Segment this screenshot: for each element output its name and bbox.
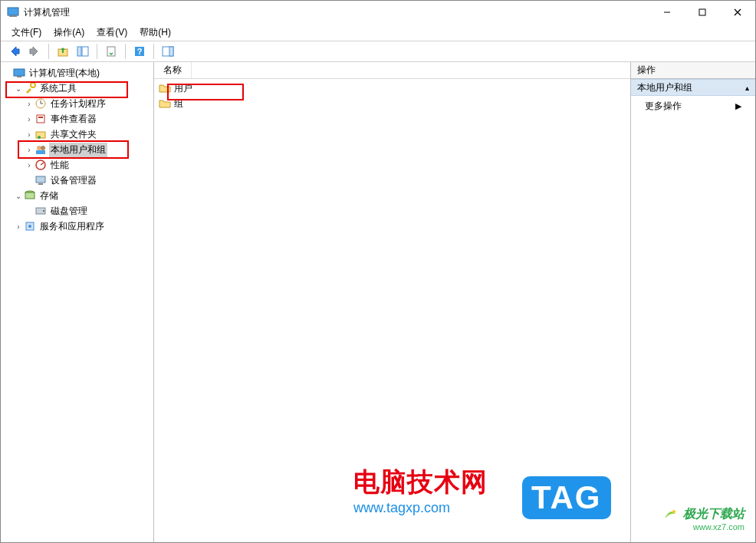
tree-label: 共享文件夹	[49, 127, 98, 142]
tree-device-manager[interactable]: 设备管理器	[2, 173, 152, 188]
toolbar-separator	[125, 44, 126, 59]
folder-icon	[159, 97, 171, 110]
maximize-button[interactable]	[685, 1, 720, 24]
close-button[interactable]	[720, 1, 755, 24]
event-icon	[35, 113, 47, 125]
svg-rect-0	[8, 8, 18, 15]
show-hide-tree-button[interactable]	[74, 43, 92, 60]
tree-services-apps[interactable]: › 服务和应用程序	[2, 219, 152, 234]
actions-header: 操作	[631, 62, 755, 79]
toolbar: ?	[1, 41, 755, 62]
shared-folder-icon	[35, 128, 47, 140]
actions-group-label: 本地用户和组	[637, 81, 692, 94]
chevron-right-icon[interactable]: ›	[24, 100, 35, 108]
svg-point-36	[28, 225, 31, 228]
svg-rect-1	[9, 15, 17, 17]
chevron-right-icon[interactable]: ›	[24, 161, 35, 169]
computer-icon	[13, 67, 25, 79]
main-area: 计算机管理(本地) ⌄ 系统工具 › 任务计划程序 › 事件查看器 › 共享文件…	[1, 62, 755, 542]
list-body[interactable]: 用户 组	[154, 79, 630, 542]
title-bar: 计算机管理	[1, 1, 755, 24]
menu-file[interactable]: 文件(F)	[5, 25, 48, 41]
chevron-right-icon[interactable]: ›	[13, 222, 24, 231]
export-list-button[interactable]	[102, 43, 120, 60]
tree-label: 存储	[38, 189, 60, 203]
users-icon	[35, 143, 47, 156]
actions-group[interactable]: 本地用户和组 ▴	[631, 79, 755, 96]
svg-rect-13	[169, 47, 173, 56]
tree-root[interactable]: 计算机管理(本地)	[2, 65, 152, 81]
svg-rect-15	[17, 76, 21, 77]
list-header[interactable]: 名称	[154, 62, 630, 79]
tree-system-tools[interactable]: ⌄ 系统工具	[2, 81, 152, 96]
list-item[interactable]: 组	[154, 96, 630, 111]
chevron-right-icon[interactable]: ›	[24, 146, 35, 154]
tree-label: 设备管理器	[49, 173, 98, 188]
tree-task-scheduler[interactable]: › 任务计划程序	[2, 96, 152, 111]
show-action-pane-button[interactable]	[159, 43, 177, 60]
tree-local-users-groups[interactable]: › 本地用户和组	[2, 142, 152, 157]
tree-performance[interactable]: › 性能	[2, 157, 152, 173]
tree-label: 服务和应用程序	[38, 219, 106, 234]
up-level-button[interactable]	[54, 43, 72, 60]
more-actions[interactable]: 更多操作 ▶	[631, 96, 755, 116]
svg-rect-14	[14, 69, 25, 76]
help-button[interactable]: ?	[130, 43, 149, 60]
chevron-right-icon[interactable]: ›	[24, 130, 35, 139]
list-item[interactable]: 用户	[154, 81, 630, 96]
tree-disk-management[interactable]: 磁盘管理	[2, 203, 152, 219]
chevron-down-icon[interactable]: ⌄	[13, 84, 24, 93]
tree-label: 本地用户和组	[49, 143, 107, 157]
svg-rect-29	[36, 176, 45, 183]
folder-icon	[159, 82, 171, 94]
svg-rect-7	[77, 47, 81, 56]
tree-storage[interactable]: ⌄ 存储	[2, 188, 152, 203]
chevron-down-icon[interactable]: ⌄	[13, 192, 24, 200]
menu-view[interactable]: 查看(V)	[90, 25, 133, 41]
disk-icon	[35, 205, 47, 217]
chevron-right-icon: ▶	[735, 101, 741, 111]
svg-rect-22	[36, 132, 45, 138]
menu-action[interactable]: 操作(A)	[48, 25, 90, 41]
window-controls	[649, 1, 755, 24]
tree-label: 系统工具	[38, 81, 78, 96]
column-name[interactable]: 名称	[159, 62, 192, 78]
list-item-label: 组	[174, 97, 183, 110]
device-icon	[35, 174, 47, 186]
back-button[interactable]	[5, 43, 24, 60]
tree-label: 事件查看器	[49, 112, 98, 127]
minimize-button[interactable]	[649, 1, 685, 24]
storage-icon	[24, 189, 36, 202]
clock-icon	[35, 97, 47, 110]
tree-label: 磁盘管理	[49, 204, 89, 219]
svg-point-23	[38, 136, 41, 139]
toolbar-separator	[48, 44, 49, 59]
chevron-right-icon[interactable]: ›	[24, 115, 35, 123]
tree-event-viewer[interactable]: › 事件查看器	[2, 111, 152, 127]
svg-point-16	[31, 83, 35, 87]
tree-shared-folders[interactable]: › 共享文件夹	[2, 127, 152, 142]
menu-help[interactable]: 帮助(H)	[133, 25, 177, 41]
svg-rect-30	[38, 183, 43, 185]
actions-panel: 操作 本地用户和组 ▴ 更多操作 ▶	[631, 62, 755, 542]
forward-button[interactable]	[25, 43, 44, 60]
svg-rect-26	[36, 150, 45, 154]
svg-text:?: ?	[137, 47, 143, 56]
list-panel: 名称 用户 组	[154, 62, 631, 542]
tree-panel[interactable]: 计算机管理(本地) ⌄ 系统工具 › 任务计划程序 › 事件查看器 › 共享文件…	[1, 62, 154, 542]
performance-icon	[35, 159, 47, 171]
toolbar-separator	[97, 44, 97, 59]
svg-point-34	[43, 210, 44, 212]
tree-label: 性能	[49, 158, 71, 173]
menu-bar: 文件(F) 操作(A) 查看(V) 帮助(H)	[1, 24, 755, 41]
window-title: 计算机管理	[24, 6, 649, 19]
svg-rect-8	[82, 47, 88, 56]
tree-label: 任务计划程序	[49, 97, 107, 111]
collapse-icon[interactable]: ▴	[745, 84, 749, 92]
svg-rect-32	[25, 193, 35, 199]
svg-rect-3	[699, 9, 705, 15]
list-item-label: 用户	[174, 82, 192, 95]
tools-icon	[24, 82, 36, 94]
svg-rect-21	[38, 117, 43, 118]
toolbar-separator	[153, 44, 154, 59]
